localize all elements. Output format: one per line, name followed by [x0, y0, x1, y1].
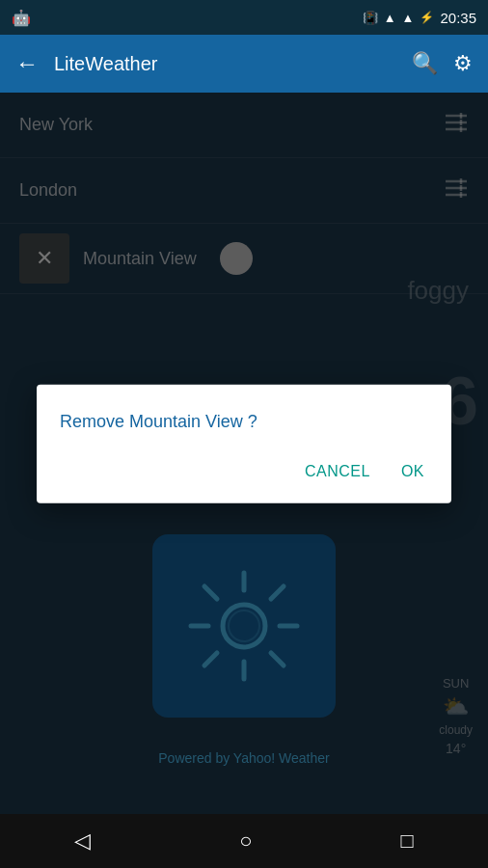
status-bar-right: 📳 ▲ ▲ ⚡ 20:35 — [363, 10, 476, 26]
wifi-icon: ▲ — [384, 11, 396, 25]
dialog-suffix: ? — [243, 412, 258, 431]
dialog-actions: CANCEL OK — [60, 455, 428, 488]
home-nav-button[interactable]: ○ — [239, 828, 252, 854]
remove-dialog: Remove Mountain View ? CANCEL OK — [37, 385, 451, 503]
dialog-message: Remove Mountain View ? — [60, 412, 428, 432]
cancel-button[interactable]: CANCEL — [301, 455, 374, 488]
status-bar: 🤖 📳 ▲ ▲ ⚡ 20:35 — [0, 0, 488, 35]
app-bar: ← LiteWeather 🔍 ⚙ — [0, 35, 488, 93]
back-nav-button[interactable]: ◁ — [74, 828, 91, 854]
dialog-city-name: Mountain View — [129, 412, 243, 431]
battery-icon: ⚡ — [420, 11, 434, 24]
signal-icon: ▲ — [402, 11, 415, 25]
dialog-prefix: Remove — [60, 412, 129, 431]
ok-button[interactable]: OK — [397, 455, 428, 488]
status-time: 20:35 — [440, 10, 476, 26]
settings-button[interactable]: ⚙ — [453, 51, 473, 76]
status-bar-left: 🤖 — [12, 9, 31, 27]
vibrate-icon: 📳 — [363, 11, 378, 25]
recents-nav-button[interactable]: □ — [401, 828, 414, 854]
search-button[interactable]: 🔍 — [412, 51, 438, 76]
main-content: New York London — [0, 93, 488, 814]
bottom-nav-bar: ◁ ○ □ — [0, 814, 488, 868]
back-button[interactable]: ← — [15, 50, 39, 77]
android-icon: 🤖 — [12, 9, 31, 27]
app-title: LiteWeather — [54, 53, 396, 75]
